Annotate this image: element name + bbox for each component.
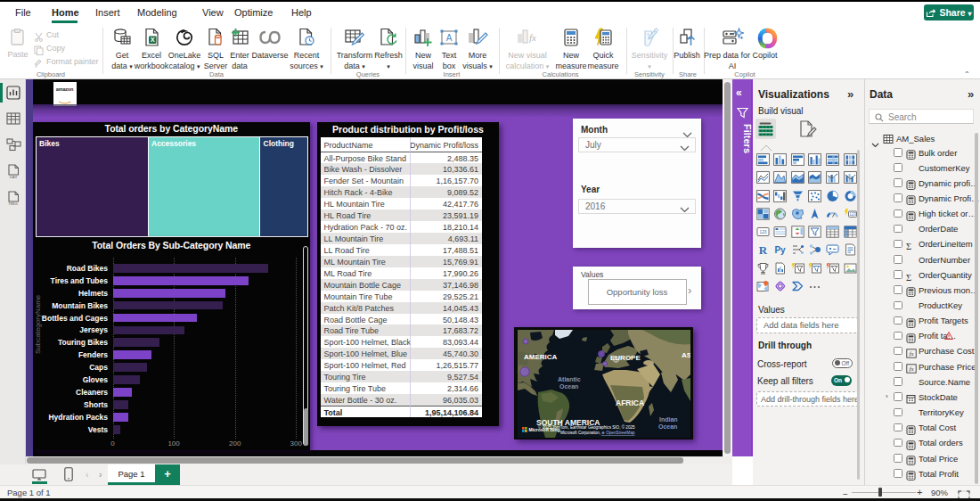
svg-text:Ocean: Ocean	[658, 423, 677, 430]
svg-text:DAX: DAX	[10, 175, 18, 179]
svg-text:Microsoft Bing: Microsoft Bing	[528, 427, 559, 432]
svg-text:fx: fx	[529, 32, 536, 43]
svg-text:TMDL: TMDL	[8, 201, 19, 206]
svg-text:AFRICA: AFRICA	[616, 398, 644, 407]
svg-text:fx: fx	[909, 350, 914, 357]
svg-text:Indian: Indian	[659, 416, 678, 423]
svg-text:AS: AS	[682, 351, 690, 359]
svg-text:EUROPE: EUROPE	[610, 354, 641, 362]
svg-text:X: X	[151, 36, 155, 44]
svg-text:fx: fx	[909, 365, 914, 373]
svg-text:AMERICA: AMERICA	[524, 353, 558, 361]
svg-text:Py: Py	[775, 245, 787, 255]
svg-text:123: 123	[759, 230, 766, 234]
svg-text:⊕ OpenStreetMap: ⊕ OpenStreetMap	[601, 431, 635, 435]
svg-text:Microsoft Corporation,: Microsoft Corporation,	[560, 431, 600, 435]
svg-text:123: 123	[849, 212, 856, 217]
svg-text:R: R	[758, 243, 767, 256]
svg-text:Ocean: Ocean	[559, 383, 578, 390]
svg-text:Atlantic: Atlantic	[558, 376, 581, 382]
